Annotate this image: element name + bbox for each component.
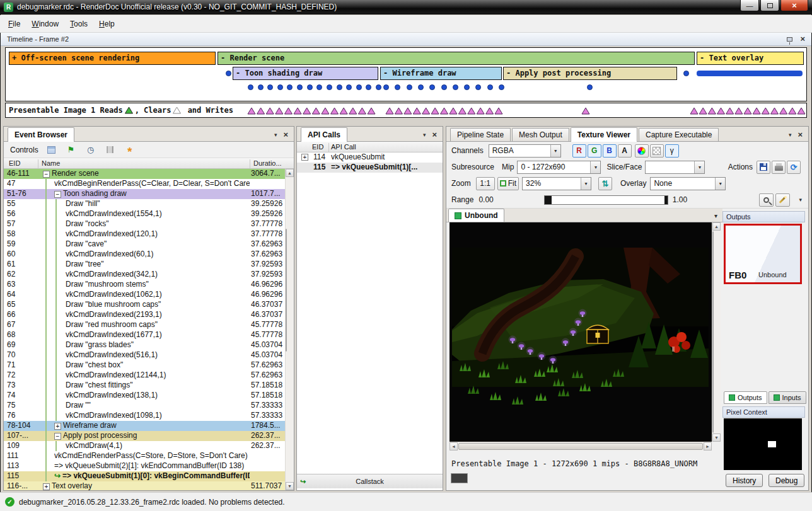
pixel-context-view[interactable]	[724, 418, 802, 470]
panel-close-icon[interactable]: ×	[432, 132, 437, 138]
draw-call-dot[interactable]	[297, 84, 303, 90]
collapse-icon[interactable]: −	[54, 191, 61, 198]
event-row-57[interactable]: 57Draw "rocks"37.77778	[4, 219, 285, 229]
range-black-point-handle[interactable]	[545, 196, 552, 204]
event-row-59[interactable]: 59Draw "cave"37.62963	[4, 239, 285, 250]
timeline-bar[interactable]: - Text overlay	[697, 52, 804, 65]
event-row-107-...[interactable]: 107-...−Apply post processing262.37...	[4, 431, 285, 441]
event-row-60[interactable]: 60vkCmdDrawIndexed(60,1)37.62963	[4, 250, 285, 260]
event-row-74[interactable]: 74vkCmdDrawIndexed(138,1)57.18518	[4, 391, 285, 401]
timeline-presentable-row[interactable]: Presentable Image 1 Reads , Clears and W…	[5, 103, 807, 118]
collapse-icon[interactable]: −	[43, 171, 50, 178]
fb0-thumbnail[interactable]: FB0 Unbound	[724, 224, 802, 284]
dock-dropdown-icon[interactable]: ▾	[789, 132, 792, 138]
event-row-65[interactable]: 65Draw "blue mushroom caps"46.37037	[4, 300, 285, 310]
expand-icon[interactable]: +	[43, 483, 50, 490]
event-row-72[interactable]: 72vkCmdDrawIndexed(12144,1)57.62963	[4, 370, 285, 381]
tab-inputs[interactable]: Inputs	[768, 391, 806, 404]
event-row-76[interactable]: 76vkCmdDrawIndexed(1098,1)57.33333	[4, 411, 285, 421]
sliceface-select[interactable]: ▾	[645, 161, 705, 174]
event-row-56[interactable]: 56vkCmdDrawIndexed(1554,1)39.25926	[4, 209, 285, 219]
timeline-grid-icon[interactable]	[45, 144, 58, 156]
draw-call-dot[interactable]	[287, 84, 293, 90]
draw-call-dot[interactable]	[418, 84, 424, 90]
color-wheel-button[interactable]	[635, 144, 649, 158]
scroll-up-icon[interactable]: ▲	[286, 169, 294, 177]
event-row-109[interactable]: 109vkCmdDraw(4,1)262.37...	[4, 441, 285, 451]
draw-call-dot[interactable]	[499, 84, 504, 90]
event-browser-scrollbar[interactable]: ▲ ▼	[285, 169, 294, 490]
tab-pipeline-state[interactable]: Pipeline State	[450, 128, 511, 141]
channels-select[interactable]: RGBA▾	[489, 144, 561, 158]
menu-help[interactable]: Help	[93, 18, 120, 30]
merged-draws-pill[interactable]	[697, 71, 803, 76]
panel-close-icon[interactable]: ×	[283, 132, 288, 138]
export-button[interactable]	[772, 161, 786, 174]
mip-select[interactable]: 0 - 1272x690▾	[517, 161, 601, 174]
event-row-64[interactable]: 64vkCmdDrawIndexed(1062,1)46.96296	[4, 290, 285, 300]
draw-call-dot[interactable]	[316, 84, 322, 90]
event-row-68[interactable]: 68vkCmdDrawIndexed(1677,1)45.77778	[4, 330, 285, 340]
event-row-73[interactable]: 73Draw "chest fittings"57.18518	[4, 381, 285, 391]
scroll-down-icon[interactable]: ▼	[712, 433, 721, 442]
callstack-section[interactable]: ↪ Callstack	[297, 474, 443, 488]
tab-texture-viewer[interactable]: Texture Viewer	[571, 127, 637, 142]
timeline-track[interactable]: + Off-screen scene rendering- Render sce…	[5, 47, 807, 101]
event-row-66[interactable]: 66vkCmdDrawIndexed(2193,1)46.37037	[4, 310, 285, 320]
panel-close-icon[interactable]: ×	[798, 132, 803, 138]
tab-outputs[interactable]: Outputs	[724, 391, 767, 404]
draw-call-dot[interactable]	[383, 84, 389, 90]
bookmark-flag-icon[interactable]: ⚑	[65, 144, 78, 156]
scroll-left-icon[interactable]: ◄	[450, 442, 458, 451]
api-row-115[interactable]: 115=> vkQueueSubmit(1)[...	[297, 163, 443, 173]
close-button[interactable]: ×	[780, 0, 808, 11]
statistics-chart-icon[interactable]	[104, 144, 117, 156]
timeline-bar[interactable]: - Render scene	[218, 52, 695, 65]
draw-call-dot[interactable]	[683, 71, 689, 76]
event-row-58[interactable]: 58vkCmdDrawIndexed(120,1)37.77778	[4, 229, 285, 239]
timeline-bar[interactable]: + Off-screen scene rendering	[9, 52, 216, 65]
zoom-range-button[interactable]	[759, 193, 774, 207]
draw-call-dot[interactable]	[475, 84, 481, 90]
tab-api-calls[interactable]: API Calls	[301, 127, 347, 142]
expand-icon[interactable]: +	[301, 154, 308, 161]
texture-tab-unbound[interactable]: Unbound	[448, 209, 504, 222]
col-eid[interactable]: EID	[9, 159, 20, 167]
event-row-115[interactable]: 115↪=> vkQueueSubmit(1)[0]: vkBeginComma…	[4, 471, 285, 481]
scroll-down-icon[interactable]: ▼	[286, 482, 294, 490]
event-row-75[interactable]: 75Draw ""57.33333	[4, 401, 285, 411]
scroll-up-icon[interactable]: ▲	[712, 222, 721, 231]
draw-call-dot[interactable]	[327, 84, 332, 90]
flip-y-button[interactable]: ⇅	[598, 177, 612, 190]
green-channel-button[interactable]: G	[588, 144, 601, 158]
scrollbar-thumb[interactable]	[712, 231, 714, 433]
draw-call-dot[interactable]	[487, 84, 493, 90]
minimize-button[interactable]: —	[740, 0, 759, 11]
timeline-bar[interactable]: - Apply post processing	[503, 67, 677, 80]
refresh-button[interactable]: ⟳	[787, 161, 801, 174]
event-row-67[interactable]: 67Draw "red mushroom caps"45.77778	[4, 320, 285, 330]
event-row-55[interactable]: 55Draw "hill"39.25926	[4, 199, 285, 209]
red-channel-button[interactable]: R	[572, 144, 586, 158]
event-row-78-104[interactable]: 78-104+Wireframe draw1784.5...	[4, 421, 285, 431]
timeline-bar[interactable]: - Wireframe draw	[380, 67, 502, 80]
draw-call-dot[interactable]	[277, 84, 283, 90]
draw-call-dot[interactable]	[376, 84, 381, 90]
event-row-51-76[interactable]: 51-76−Toon shading draw1017.7...	[4, 189, 285, 199]
expand-icon[interactable]: +	[54, 423, 61, 430]
menu-file[interactable]: File	[3, 18, 26, 30]
event-row-63[interactable]: 63Draw "mushroom stems"46.96296	[4, 280, 285, 290]
draw-call-dot[interactable]	[395, 84, 400, 90]
texture-horizontal-scrollbar[interactable]: ◄ ►	[450, 442, 712, 451]
save-texture-button[interactable]	[757, 161, 770, 174]
range-slider[interactable]	[544, 195, 668, 205]
tab-mesh-output[interactable]: Mesh Output	[512, 128, 569, 141]
menu-tools[interactable]: Tools	[64, 18, 93, 30]
event-row-116-...[interactable]: 116-...+Text overlay511.7037	[4, 481, 285, 490]
scrollbar-thumb[interactable]	[458, 443, 703, 450]
event-row-62[interactable]: 62vkCmdDrawIndexed(342,1)37.92593	[4, 270, 285, 280]
scrollbar-thumb[interactable]	[286, 229, 287, 352]
zoom-select[interactable]: 32%▾	[522, 177, 591, 190]
tab-event-browser[interactable]: Event Browser	[8, 127, 74, 142]
draw-call-dot[interactable]	[258, 84, 264, 90]
